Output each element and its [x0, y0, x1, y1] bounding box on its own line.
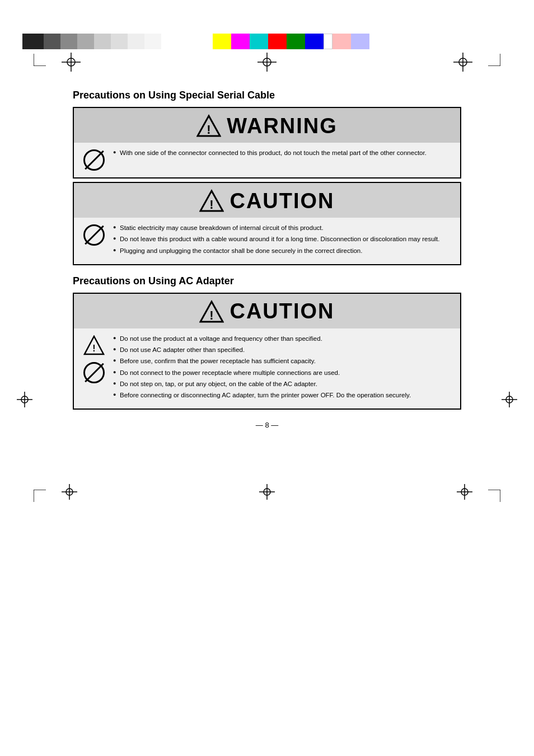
reg-mark-right: [453, 53, 472, 72]
reg-marks-row: [0, 50, 534, 73]
main-content: Precautions on Using Special Serial Cabl…: [0, 73, 534, 463]
corner-bottom-left: [34, 490, 46, 502]
caution-ac-text: Do not use the product at a voltage and …: [113, 334, 452, 402]
corner-top-right: [488, 54, 500, 66]
reg-mark-center: [257, 53, 277, 72]
side-mark-right: [502, 392, 517, 407]
caution-box-ac: ! CAUTION ! Do not use the product at a …: [73, 293, 461, 410]
caution-serial-no-symbol: [82, 224, 106, 257]
corner-top-left: [34, 54, 46, 66]
caution-ac-item-6: Before connecting or disconnecting AC ad…: [113, 391, 452, 400]
section-heading-ac: Precautions on Using AC Adapter: [73, 275, 461, 287]
svg-text:!: !: [210, 198, 214, 212]
reg-mark-left: [62, 53, 81, 72]
caution-ac-symbols: !: [82, 335, 106, 402]
warning-body: With one side of the connector connected…: [74, 143, 460, 177]
reg-mark-bottom-left: [62, 484, 77, 500]
warning-text: With one side of the connector connected…: [113, 148, 452, 171]
warning-title-text: WARNING: [227, 114, 338, 138]
caution-ac-body: ! Do not use the product at a voltage an…: [74, 328, 460, 409]
page-number: — 8 —: [73, 421, 461, 429]
warning-box: ! WARNING With one side of the connector…: [73, 107, 461, 179]
caution-ac-item-3: Before use, confirm that the power recep…: [113, 356, 452, 366]
warning-triangle-icon: !: [196, 114, 221, 138]
svg-text:!: !: [210, 308, 214, 322]
caution-ac-item-1: Do not use the product at a voltage and …: [113, 334, 452, 344]
caution-serial-title-text: CAUTION: [229, 189, 334, 213]
caution-ac-title-row: ! CAUTION: [74, 294, 460, 328]
caution-serial-triangle-icon: !: [199, 189, 224, 213]
caution-ac-title-text: CAUTION: [229, 299, 334, 323]
reg-mark-bottom-right: [457, 484, 472, 500]
caution-serial-item-1: Static electricity may cause breakdown o…: [113, 223, 452, 233]
reg-mark-bottom-center: [259, 484, 275, 500]
warning-title-row: ! WARNING: [74, 108, 460, 143]
caution-ac-item-2: Do not use AC adapter other than specifi…: [113, 345, 452, 355]
color-bar-right: [213, 34, 369, 49]
caution-serial-text: Static electricity may cause breakdown o…: [113, 223, 452, 257]
bottom-marks-area: [0, 468, 534, 513]
caution-ac-triangle-icon: !: [199, 299, 224, 324]
caution-serial-item-2: Do not leave this product with a cable w…: [113, 234, 452, 244]
svg-text:!: !: [207, 123, 211, 137]
color-bar-left: [22, 34, 168, 49]
caution-ac-item-5: Do not step on, tap, or put any object, …: [113, 379, 452, 389]
caution-serial-title-row: ! CAUTION: [74, 183, 460, 218]
section-heading-serial: Precautions on Using Special Serial Cabl…: [73, 90, 461, 101]
caution-box-serial: ! CAUTION Static electricity may cause b…: [73, 182, 461, 265]
warning-no-symbol: [82, 149, 106, 171]
color-bars: [0, 34, 534, 49]
svg-text:!: !: [92, 344, 95, 353]
caution-ac-item-4: Do not connect to the power receptacle w…: [113, 368, 452, 378]
warning-item-1: With one side of the connector connected…: [113, 148, 452, 158]
caution-serial-body: Static electricity may cause breakdown o…: [74, 218, 460, 264]
caution-ac-triangle-symbol: !: [83, 335, 105, 355]
corner-bottom-right: [488, 490, 500, 502]
caution-serial-item-3: Plugging and unplugging the contactor sh…: [113, 246, 452, 256]
side-mark-left: [17, 392, 32, 407]
